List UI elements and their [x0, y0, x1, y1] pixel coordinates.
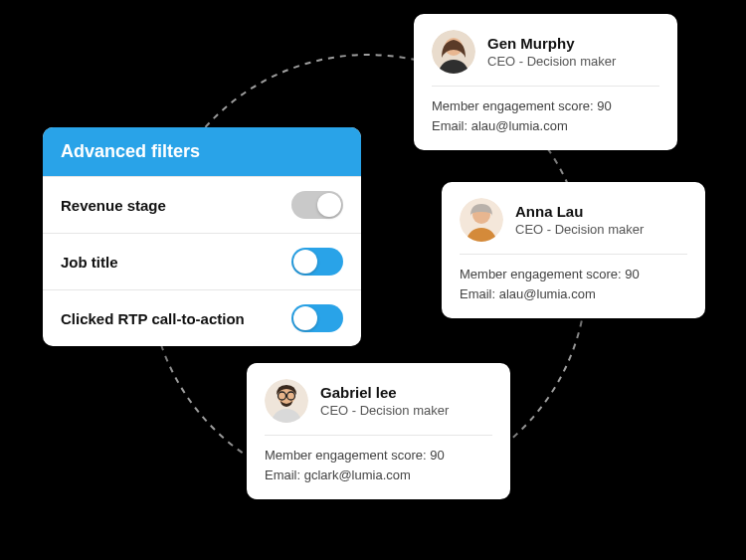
- person-email: Email: alau@lumia.com: [460, 284, 687, 304]
- avatar: [432, 30, 475, 74]
- advanced-filters-panel: Advanced filters Revenue stage Job title…: [43, 127, 361, 346]
- filter-toggle-revenue-stage[interactable]: [291, 191, 343, 219]
- person-name: Anna Lau: [515, 203, 644, 220]
- filter-row-revenue-stage: Revenue stage: [43, 176, 361, 233]
- person-title: CEO - Decision maker: [515, 222, 644, 237]
- filter-row-job-title: Job title: [43, 233, 361, 289]
- advanced-filters-heading: Advanced filters: [43, 127, 361, 176]
- avatar: [265, 379, 308, 423]
- avatar: [460, 198, 503, 242]
- person-name: Gabriel lee: [320, 384, 449, 401]
- filter-toggle-clicked-rtp[interactable]: [291, 304, 343, 332]
- filter-label: Revenue stage: [61, 197, 166, 214]
- person-score: Member engagement score: 90: [432, 96, 659, 116]
- person-title: CEO - Decision maker: [320, 403, 449, 418]
- person-score: Member engagement score: 90: [265, 446, 492, 466]
- person-title: CEO - Decision maker: [487, 54, 616, 69]
- filter-label: Job title: [61, 254, 118, 271]
- filter-row-clicked-rtp: Clicked RTP call-to-action: [43, 289, 361, 346]
- person-card: Gen Murphy CEO - Decision maker Member e…: [414, 14, 677, 150]
- person-card: Gabriel lee CEO - Decision maker Member …: [247, 363, 510, 499]
- person-score: Member engagement score: 90: [460, 265, 687, 284]
- filter-toggle-job-title[interactable]: [291, 248, 343, 276]
- person-email: Email: alau@lumia.com: [432, 116, 659, 136]
- person-name: Gen Murphy: [487, 35, 616, 52]
- filter-label: Clicked RTP call-to-action: [61, 310, 245, 327]
- person-email: Email: gclark@lumia.com: [265, 466, 492, 485]
- person-card: Anna Lau CEO - Decision maker Member eng…: [442, 182, 705, 318]
